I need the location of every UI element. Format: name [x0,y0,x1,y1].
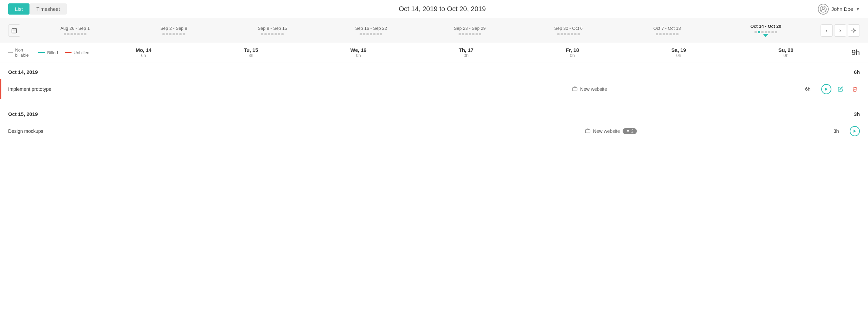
svg-rect-11 [572,87,577,90]
section-total-0: 6h [854,69,860,75]
day-name-1: Tu, 15 [244,47,258,53]
tab-group: List Timesheet [8,3,67,15]
top-header: List Timesheet Oct 14, 2019 to Oct 20, 2… [0,0,868,18]
day-col-2: We, 160h [350,47,366,58]
week-dot-4-3 [469,33,471,35]
week-item-6[interactable]: Oct 7 - Oct 13 [618,24,716,37]
week-dot-3-1 [363,33,365,35]
section-date-1: Oct 15, 2019 [8,111,38,117]
week-dot-5-5 [574,33,577,35]
edit-button-0-0[interactable] [835,84,846,94]
week-dots-1 [162,33,185,35]
week-label-7: Oct 14 - Oct 20 [750,24,781,29]
entry-project-name-1-0: New website [593,128,620,134]
day-hours-6: 0h [783,53,788,58]
week-dot-5-1 [561,33,563,35]
day-col-3: Th, 170h [459,47,473,58]
week-item-3[interactable]: Sep 16 - Sep 22 [322,24,420,37]
tab-list[interactable]: List [8,3,29,15]
week-dot-0-3 [74,33,76,35]
week-item-2[interactable]: Sep 9 - Sep 15 [223,24,322,37]
nav-prev-button[interactable]: ‹ [821,24,833,37]
section-total-1: 3h [854,111,860,117]
calendar-icon-button[interactable] [8,24,20,37]
svg-marker-13 [825,88,828,91]
delete-button-0-0[interactable] [850,84,860,94]
week-dot-6-6 [676,33,679,35]
play-button-1-0[interactable] [850,126,860,136]
day-name-2: We, 16 [350,47,366,53]
week-item-5[interactable]: Sep 30 - Oct 6 [519,24,618,37]
day-name-0: Mo, 14 [136,47,152,53]
week-dot-7-6 [775,31,777,33]
svg-rect-2 [12,28,17,33]
week-dot-1-4 [176,33,178,35]
day-col-5: Sa, 190h [671,47,686,58]
week-dot-3-3 [370,33,372,35]
week-dot-0-6 [84,33,86,35]
legend-non-billable: Non billable [8,47,32,58]
week-dot-1-3 [173,33,175,35]
week-dot-1-0 [162,33,165,35]
week-dot-2-0 [261,33,263,35]
entry-duration-0-0: 6h [783,86,810,92]
entry-badge-1-0[interactable]: ▼ 2 [623,128,637,134]
day-hours-0: 6h [141,53,146,58]
week-dots-4 [459,33,481,35]
day-name-6: Su, 20 [779,47,793,53]
week-dot-1-5 [179,33,182,35]
week-dot-6-5 [673,33,675,35]
week-dot-2-4 [275,33,277,35]
content-area: Oct 14, 20196hImplement prototypeNew web… [0,62,868,146]
week-item-1[interactable]: Sep 2 - Sep 8 [124,24,223,37]
briefcase-icon [585,128,590,135]
week-dots-2 [261,33,284,35]
week-dot-6-1 [659,33,662,35]
legend-unbilled-line [65,52,72,53]
entry-actions-0-0 [821,84,860,94]
week-dot-7-4 [768,31,770,33]
day-col-1: Tu, 153h [244,47,258,58]
week-dot-4-0 [459,33,461,35]
week-dot-1-6 [183,33,185,35]
day-hours-4: 0h [570,53,575,58]
timeline-nav: Aug 26 - Sep 1Sep 2 - Sep 8Sep 9 - Sep 1… [0,18,868,43]
week-dots-3 [360,33,382,35]
days-section: Non billable Billed Unbilled Mo, 146hTu,… [0,43,868,62]
play-button-0-0[interactable] [821,84,831,94]
week-dot-3-2 [366,33,369,35]
week-dot-4-5 [476,33,478,35]
legend-non-billable-line [8,52,13,53]
entry-left-bar [0,79,1,99]
week-dot-7-5 [771,31,774,33]
week-label-0: Aug 26 - Sep 1 [60,26,90,31]
nav-today-button[interactable] [848,24,860,37]
week-dot-7-0 [754,31,757,33]
week-dot-4-4 [472,33,475,35]
tab-timesheet[interactable]: Timesheet [29,3,66,15]
week-dot-0-1 [67,33,69,35]
section-header-1: Oct 15, 20193h [8,104,860,121]
days-columns: Mo, 146hTu, 153hWe, 160hTh, 170hFr, 180h… [89,47,840,58]
day-name-3: Th, 17 [459,47,473,53]
nav-next-button[interactable]: › [834,24,846,37]
day-hours-2: 0h [356,53,361,58]
day-name-5: Sa, 19 [671,47,686,53]
nav-arrows: ‹ › [821,24,860,37]
week-item-0[interactable]: Aug 26 - Sep 1 [26,24,124,37]
user-menu[interactable]: John Doe ▼ [818,4,860,15]
day-col-4: Fr, 180h [566,47,579,58]
week-item-7[interactable]: Oct 14 - Oct 20 [716,22,815,39]
week-dot-2-5 [278,33,280,35]
week-dot-5-0 [557,33,560,35]
day-hours-5: 0h [676,53,681,58]
week-dot-0-5 [81,33,83,35]
legend-billed-line [38,52,45,53]
week-label-3: Sep 16 - Sep 22 [355,26,387,31]
week-dot-7-3 [765,31,767,33]
week-dot-0-4 [77,33,80,35]
total-hours: 9h [840,48,860,57]
week-dots-5 [557,33,580,35]
week-item-4[interactable]: Sep 23 - Sep 29 [421,24,519,37]
svg-rect-14 [585,129,590,133]
